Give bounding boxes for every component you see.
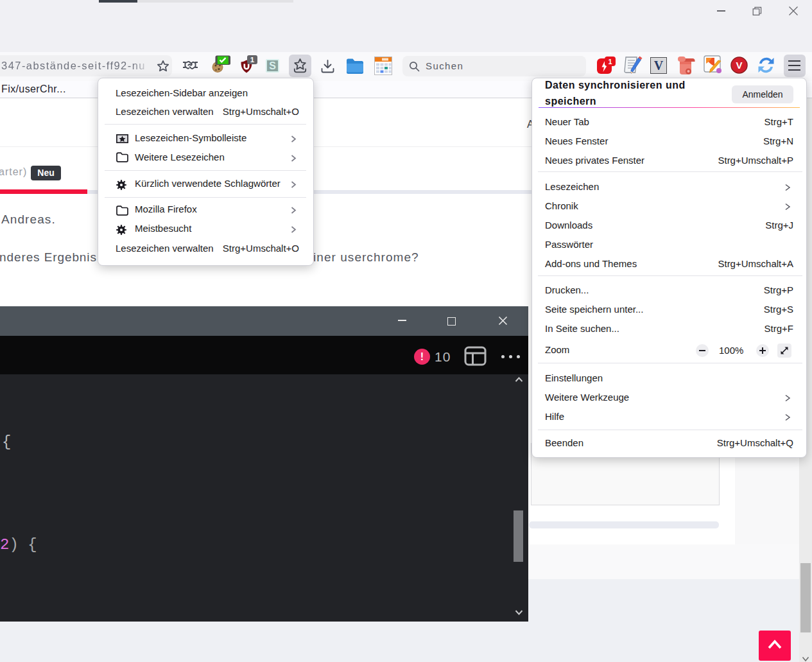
svg-text:V: V	[736, 60, 742, 71]
svg-text:1: 1	[608, 58, 612, 65]
